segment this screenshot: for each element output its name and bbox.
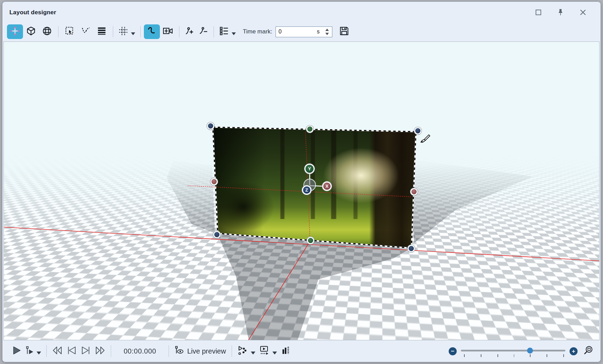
pin-button[interactable] (557, 9, 564, 17)
camera-fit-button[interactable] (160, 24, 176, 39)
move-tool-button[interactable] (7, 24, 23, 39)
zoom-slider-thumb[interactable] (527, 348, 533, 354)
keyframe-list-button[interactable] (217, 24, 231, 39)
time-mark-label: Time mark: (243, 28, 272, 35)
levels-button[interactable] (279, 344, 293, 358)
corner-handle-top-left[interactable] (207, 122, 214, 130)
live-preview-icon (175, 346, 184, 357)
toolbar-separator (214, 26, 214, 37)
design-canvas[interactable]: Z X Y (3, 41, 600, 340)
range-play-icon (259, 346, 270, 357)
globe-button[interactable] (39, 24, 55, 39)
edge-handle-left[interactable] (210, 178, 218, 185)
rewind-icon (52, 346, 63, 357)
zoom-out-button[interactable]: − (449, 347, 457, 355)
title-bar: Layout designer (2, 2, 601, 22)
edge-handle-right[interactable] (410, 188, 418, 195)
cube-3d-button[interactable] (23, 24, 39, 39)
rewind-button[interactable] (50, 344, 65, 358)
gizmo-y-label: Y (308, 166, 311, 171)
spinner-up-icon[interactable] (325, 29, 329, 31)
step-back-icon (67, 346, 77, 357)
zoom-slider-track[interactable] (461, 350, 565, 351)
globe-icon (42, 26, 52, 37)
edge-handle-bottom[interactable] (307, 237, 314, 244)
motion-path-caret[interactable] (251, 350, 255, 353)
gizmo-x-handle[interactable]: X (322, 181, 332, 191)
transport-bar: 00:00.000 Live preview (2, 340, 601, 362)
corner-handle-top-right[interactable] (414, 127, 422, 134)
save-icon (339, 26, 349, 37)
gizmo-z-handle[interactable]: Z (302, 185, 311, 195)
levels-icon (281, 346, 291, 357)
zoom-slider[interactable] (461, 345, 565, 357)
live-preview-label: Live preview (187, 347, 226, 355)
spinner-down-icon[interactable] (325, 33, 329, 35)
step-forward-button[interactable] (79, 344, 93, 358)
step-back-button[interactable] (65, 344, 79, 358)
live-preview-toggle[interactable]: Live preview (172, 344, 228, 358)
fast-forward-icon (95, 346, 105, 357)
zoom-in-icon: + (572, 348, 575, 354)
layers-icon (97, 26, 107, 37)
time-mark-field: s (276, 26, 332, 37)
gizmo-z-label: Z (306, 187, 308, 193)
curve-select-button[interactable] (78, 24, 94, 39)
window-controls (534, 9, 587, 17)
range-play-caret[interactable] (272, 350, 277, 353)
add-curve-point-button[interactable] (183, 24, 196, 39)
range-play-button[interactable] (257, 344, 272, 358)
play-from-marker-button[interactable] (23, 344, 36, 358)
toolbar-separator (140, 26, 141, 37)
camera-fit-icon (163, 26, 173, 37)
toolbar-separator (58, 26, 59, 37)
time-mark-spinner (323, 27, 331, 37)
corner-handle-bottom-right[interactable] (408, 245, 415, 252)
transport-separator (232, 345, 232, 357)
move-tool-icon (10, 26, 20, 37)
layers-button[interactable] (94, 24, 110, 39)
remove-curve-point-button[interactable] (196, 24, 210, 39)
close-icon (580, 9, 586, 17)
paintbrush-cursor-icon (419, 134, 430, 146)
time-mark-input[interactable] (276, 29, 311, 35)
motion-curve-button[interactable] (144, 24, 160, 39)
curve-remove-icon (199, 26, 208, 37)
close-button[interactable] (579, 9, 587, 17)
corner-handle-bottom-left[interactable] (213, 231, 221, 238)
maximize-icon (535, 9, 541, 17)
transport-separator (111, 345, 111, 357)
fast-forward-button[interactable] (93, 344, 107, 358)
transport-separator (46, 345, 47, 357)
zoom-in-button[interactable]: + (570, 347, 578, 355)
gizmo-y-handle[interactable]: Y (304, 164, 315, 174)
layout-designer-window: Layout designer (2, 1, 601, 362)
time-mark-unit: s (317, 29, 319, 35)
grid-dropdown-caret[interactable] (131, 30, 135, 33)
select-rect-icon (65, 26, 75, 37)
toolbar-separator (179, 26, 179, 37)
curve-check-icon (81, 26, 91, 37)
play-icon (12, 346, 21, 356)
grid-button[interactable] (116, 24, 130, 39)
play-options-caret[interactable] (37, 350, 41, 353)
save-button[interactable] (337, 24, 351, 39)
play-button[interactable] (10, 344, 23, 358)
timecode-display: 00:00.000 (124, 347, 156, 355)
maximize-button[interactable] (534, 9, 542, 17)
zoom-out-icon: − (451, 348, 455, 354)
step-forward-icon (81, 346, 91, 357)
keyframe-list-dropdown-caret[interactable] (232, 30, 236, 33)
edge-handle-top[interactable] (306, 125, 314, 133)
pin-icon (557, 9, 564, 17)
zoom-fit-button[interactable] (583, 345, 594, 357)
curve-add-icon (185, 26, 194, 37)
window-title: Layout designer (9, 9, 56, 16)
select-objects-button[interactable] (62, 24, 78, 39)
motion-path-button[interactable] (235, 344, 250, 358)
cube-icon (26, 26, 36, 37)
zoom-cluster: − + (449, 345, 594, 357)
toolbar-separator (113, 26, 113, 37)
designer-toolbar: Time mark: s (2, 22, 601, 41)
motion-path-icon (238, 346, 248, 357)
